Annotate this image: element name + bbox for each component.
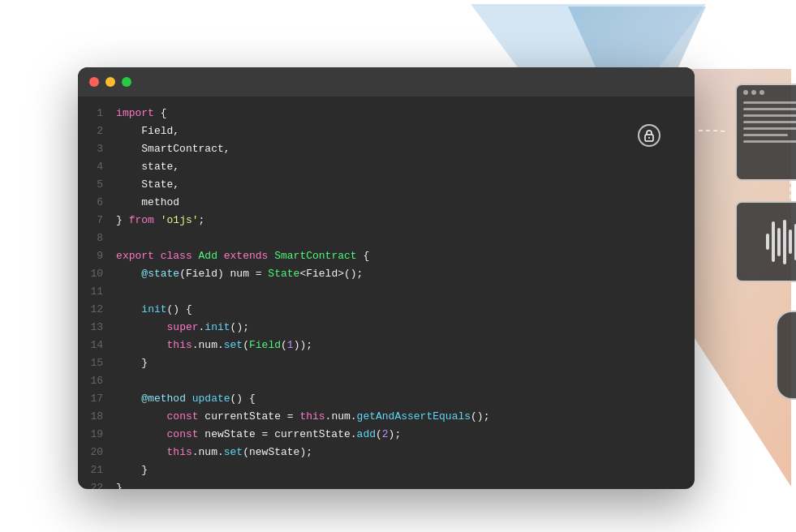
wd1 [743, 90, 748, 95]
diagram-box-middle [735, 201, 797, 282]
code-line: @state(Field) num = State<Field>(); [116, 265, 686, 283]
code-line: SmartContract, [116, 140, 686, 158]
code-line: import { [116, 105, 686, 122]
code-line [116, 230, 686, 247]
maximize-dot[interactable] [122, 77, 131, 87]
wd2 [751, 90, 756, 95]
diagram: ⇌ [654, 84, 797, 457]
title-bar [78, 67, 695, 97]
code-line [116, 283, 686, 301]
code-line: export class Add extends SmartContract { [116, 247, 686, 265]
code-line: State, [116, 176, 686, 194]
editor-window: 1 2 3 4 5 6 7 8 9 10 11 12 13 14 15 16 1… [78, 67, 695, 489]
line-numbers: 1 2 3 4 5 6 7 8 9 10 11 12 13 14 15 16 1… [78, 105, 117, 481]
code-line: this.num.set(Field(1)); [116, 337, 686, 354]
diagram-box-bottom: ⇌ [776, 311, 797, 400]
code-line: Field, [116, 122, 686, 140]
code-line: const currentState = this.num.getAndAsse… [116, 408, 686, 426]
wd3 [759, 90, 764, 95]
code-line: this.num.set(newState); [116, 444, 686, 461]
code-line: const newState = currentState.add(2); [116, 426, 686, 444]
window-dots [737, 85, 797, 98]
code-line: init() { [116, 301, 686, 319]
waveform-icon [758, 212, 796, 272]
minimize-dot[interactable] [105, 77, 115, 87]
code-line: } from 'o1js'; [116, 212, 686, 230]
code-line: state, [116, 158, 686, 176]
diagram-box-top [735, 84, 797, 181]
code-line: @method update() { [116, 390, 686, 408]
code-area: 1 2 3 4 5 6 7 8 9 10 11 12 13 14 15 16 1… [78, 97, 695, 489]
code-line: } [116, 354, 686, 372]
code-lines-icon [737, 98, 797, 150]
svg-point-8 [648, 137, 650, 139]
code-line [116, 372, 686, 390]
code-content: import { Field, SmartContract, state, St… [116, 105, 694, 481]
lock-icon-1 [638, 124, 660, 147]
code-line: } [116, 479, 686, 489]
code-line: } [116, 461, 686, 479]
code-line: super.init(); [116, 319, 686, 337]
close-dot[interactable] [89, 77, 99, 87]
code-line: method [116, 194, 686, 212]
